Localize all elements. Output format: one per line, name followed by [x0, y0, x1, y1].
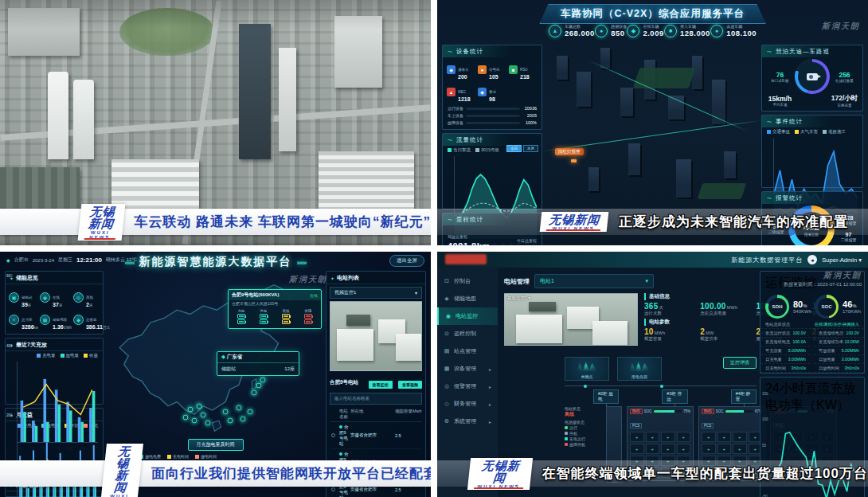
info-label: 运行天数: [644, 311, 694, 316]
legend-item: 充电时间: [167, 454, 189, 459]
sidebar-item[interactable]: ⊙ 远程控制: [437, 325, 498, 342]
map-marker[interactable]: [187, 407, 193, 413]
sidebar-item[interactable]: ⚙ 系统管理 ▸: [437, 413, 498, 430]
update-meta: 斯润天朗 数据更新时间：2023-07-01 12:00:00: [784, 270, 862, 288]
device-panel: 〜设备统计 ◆ 摄像头 200 ● 信号机: [442, 45, 542, 130]
frame-cv2x-dashboard: 闯红灯预警 车路协同（C-V2X）综合应用服务平台 斯润天朗 ▲ 车辆总数 26…: [437, 0, 868, 245]
map-marker[interactable]: [236, 405, 241, 410]
building-graphic: [8, 8, 80, 56]
panel-title: 〜慧泊天迪—车路巡: [762, 45, 862, 57]
sidebar-item-icon: ▦: [444, 366, 450, 372]
battery-cell: +: [630, 432, 644, 442]
row-radio[interactable]: [331, 433, 335, 437]
map-marker[interactable]: [260, 377, 266, 382]
building-rows-graphic: [319, 151, 414, 215]
stat-unit: kw: [34, 326, 39, 330]
ytick: 20: [6, 413, 10, 417]
overview-stat: ▣ 储能站 39座: [9, 288, 38, 307]
map-marker[interactable]: [223, 409, 229, 414]
legend-swatch: [37, 354, 41, 358]
sidebar-item[interactable]: ◎ 报警管理 ▸: [437, 378, 498, 395]
range-month-button[interactable]: 本月: [523, 145, 538, 152]
tower-graphic: [279, 48, 296, 151]
bms-chip: BMS: [702, 409, 714, 414]
cabinet-chip[interactable]: #2柜 放电: [593, 389, 619, 404]
sidebar-item-icon: ◈: [444, 295, 450, 302]
patrol-panel: 〜慧泊天迪—车路巡 76 路口排队数 256 红绿灯数量 15km/h 平均车速: [761, 45, 863, 112]
bottom-tab[interactable]: 月充放电量及时间: [188, 439, 244, 451]
legend-swatch: [61, 354, 65, 358]
panel-title-text: 电站列表: [337, 274, 359, 282]
bar-track: [466, 122, 520, 124]
map-marker[interactable]: [201, 413, 206, 418]
stat-value: 850: [611, 29, 627, 37]
dropdown-value: 视频监控1: [334, 289, 356, 296]
overview-stat: ◎ 离线 2座: [73, 288, 110, 307]
monitor-row: 日放电时间 3h0m0s: [814, 364, 864, 373]
sidebar-item[interactable]: ◉ 电站监控: [437, 307, 498, 325]
stat-unit: 座: [59, 303, 63, 307]
building-graphic: [337, 329, 373, 361]
legend-item: 30日均值: [475, 147, 499, 153]
row-value: 100.0A: [793, 339, 806, 345]
legend-item: 充电量: [37, 353, 56, 358]
station-capacity: 2.5: [395, 433, 422, 438]
map-marker[interactable]: [256, 382, 261, 388]
sidebar-item[interactable]: ⊡ 控制台: [437, 272, 498, 290]
exit-fullscreen-button[interactable]: 退出全屏: [389, 255, 424, 267]
table-row[interactable]: 合肥9号电站 安徽省合肥市 2.5: [330, 422, 422, 449]
frame-energy-dashboard: ◆ 合肥市 2023-3-24 星期三 12:21:00 晴转多云 12℃ ««…: [0, 252, 431, 497]
sidebar-item[interactable]: ▤ 站点管理: [437, 342, 498, 360]
row-value: 在线/离线/关停/并网接入: [815, 322, 859, 327]
legend-label: 放电量: [66, 353, 80, 358]
park-graphic: [119, 8, 215, 56]
sidebar-item[interactable]: ◇ 财务管理 ▸: [437, 395, 498, 413]
sidebar-item[interactable]: ▦ 设备管理 ▸: [437, 360, 498, 378]
sidebar-item[interactable]: ◈ 储能地图: [437, 290, 498, 307]
map-marker[interactable]: [183, 414, 189, 420]
node-label: 用电负荷: [631, 374, 647, 380]
map-marker[interactable]: [240, 417, 246, 422]
events-legend: 交通事故天气灾害道路施工: [762, 127, 862, 136]
legend-label: 当日车流: [453, 147, 471, 152]
monitor-detail-button[interactable]: 监控详情: [723, 357, 757, 369]
overview-stat: ◉ 在线 37座: [40, 288, 72, 307]
row-radio[interactable]: [331, 487, 335, 491]
map-marker[interactable]: [192, 418, 197, 424]
view-monitor-button[interactable]: 查看监控: [369, 381, 393, 389]
cabinet-chip[interactable]: #4柜 静置: [731, 389, 757, 404]
station-search-input[interactable]: 输入电站名称检索: [330, 393, 422, 405]
device-value: 98: [489, 96, 496, 102]
avatar[interactable]: ●: [807, 255, 817, 264]
park-3d: [698, 183, 746, 199]
view-video-button[interactable]: 查看视频: [398, 381, 422, 389]
map-marker[interactable]: [227, 418, 233, 424]
device-label: 摄像头: [458, 68, 469, 72]
tooltip-title: 合肥9号电站(600KVA): [232, 292, 280, 299]
gauge-name: SOH: [772, 304, 782, 309]
battery-cell: +: [646, 444, 660, 454]
row-label: 电站总体状态: [765, 322, 790, 327]
device-label: 信号机: [489, 68, 500, 72]
user-menu[interactable]: Super-Admin ▾: [822, 256, 862, 264]
cabinet-chip[interactable]: #3柜 停运: [662, 389, 687, 404]
range-today-button[interactable]: 今日: [506, 145, 522, 152]
map-marker[interactable]: [252, 390, 257, 396]
map-marker[interactable]: [247, 409, 252, 414]
bar-value: 100%: [522, 120, 537, 125]
info-value: 100.00: [700, 302, 725, 311]
col-location: 所在地: [350, 409, 395, 420]
map-marker[interactable]: [205, 420, 210, 425]
bar-label: 故障设备: [448, 120, 463, 125]
video-label: 视频监控1 ▾: [507, 295, 530, 301]
frame-city-aerial: 无锡新闻 WUXI NEWS 车云联动 路通未来 车联网第一城驶向“新纪元”: [0, 0, 431, 245]
map-marker[interactable]: [196, 403, 201, 409]
table-header: 电站名称 所在地 储能容量Mwh: [330, 407, 422, 422]
legend-item: 放电量: [61, 353, 80, 358]
info-unit: MW: [706, 331, 714, 335]
legend-label: 30日均值: [481, 147, 499, 152]
stat-icon: ▲: [549, 25, 561, 37]
sidebar-item-icon: ◎: [444, 383, 450, 389]
station-select[interactable]: 电站1 ▾: [534, 274, 654, 288]
video-source-dropdown[interactable]: 视频监控1 ▾: [330, 287, 422, 299]
